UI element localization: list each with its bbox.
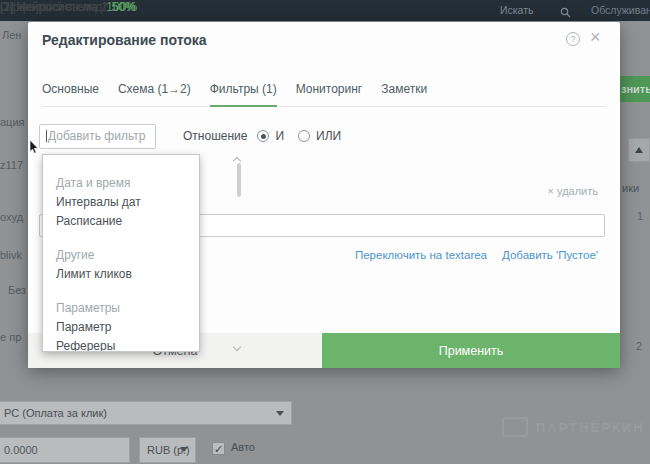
relation-control: Отношение И ИЛИ (183, 129, 349, 143)
switch-textarea-link[interactable]: Переключить на textarea (355, 249, 487, 261)
screen: Искать Обслуживание Лен ация z117 охуд b… (0, 0, 650, 464)
apply-button[interactable]: Применить (322, 333, 620, 368)
offer-percent: 50% (112, 0, 136, 14)
filter-links: Переключить на textarea Добавить 'Пустое… (355, 249, 598, 261)
watermark-screen-icon (502, 417, 528, 437)
bg-column-header-clicks: ики (622, 182, 639, 194)
menu-obsluzhivanie[interactable]: Обслуживание (591, 4, 650, 16)
triangle-up-icon (635, 147, 643, 153)
delete-filter-link[interactable]: × удалить (548, 185, 598, 197)
bg-column-value: 1 (637, 210, 643, 222)
add-filter-input[interactable]: Добавить фильтр (39, 124, 156, 149)
dropdown-scrollbar[interactable] (237, 163, 241, 197)
filter-group-drugie[interactable]: Другие (43, 246, 199, 265)
bg-text-fragment: Без (8, 284, 26, 296)
chevron-down-icon (276, 411, 284, 416)
chevron-down-icon (180, 447, 188, 452)
tab-monitoring[interactable]: Мониторинг (296, 82, 363, 96)
bg-text-fragment: ация (0, 116, 25, 128)
bg-text-fragment: Лен (2, 29, 21, 41)
bg-text-fragment: z117 (0, 159, 23, 171)
text-caret (46, 130, 47, 142)
bg-column-value: 2 (636, 340, 642, 352)
bg-text-fragment: е пр (0, 331, 21, 343)
filter-option-referery[interactable]: Рефереры (43, 337, 199, 352)
relation-label: Отношение (183, 129, 247, 143)
bg-save-button[interactable]: знить (620, 76, 650, 102)
mouse-cursor (29, 140, 40, 159)
tab-osnovnye[interactable]: Основные (42, 82, 99, 96)
tab-filtry[interactable]: Фильтры (1) (210, 82, 277, 96)
filter-option-raspisanie[interactable]: Расписание (43, 212, 199, 231)
bg-cost-type-select[interactable]: РС (Оплата за клик) (0, 401, 292, 425)
tab-shema[interactable]: Схема (1→2) (118, 82, 191, 96)
search-icon[interactable] (560, 4, 571, 22)
relation-radio-ili-label[interactable]: ИЛИ (316, 129, 341, 143)
bg-currency-select[interactable]: RUB (р.) (139, 437, 196, 463)
search-input[interactable]: Искать (500, 4, 534, 16)
close-icon[interactable]: × (590, 27, 601, 48)
add-empty-link[interactable]: Добавить 'Пустое' (502, 249, 598, 261)
filter-group-data-i-vremya[interactable]: Дата и время (43, 174, 199, 193)
bg-cost-value-input[interactable]: 0.0000 (0, 437, 130, 463)
bg-text-fragment: охуд (0, 211, 23, 223)
modal-title: Редактирование потока (42, 32, 207, 48)
auto-checkbox-label: Авто (231, 441, 255, 453)
watermark: ПАРТНЕРКИН (502, 417, 645, 437)
relation-radio-ili[interactable] (298, 130, 310, 142)
offer-row: [2] Нейросистема 250% (0, 0, 136, 14)
modal-tabs: Основные Схема (1→2) Фильтры (1) Монитор… (42, 82, 606, 107)
filter-option-intervaly-dat[interactable]: Интервалы дат (43, 193, 199, 212)
help-icon[interactable]: ? (566, 32, 580, 46)
relation-radio-i[interactable] (257, 130, 269, 142)
sort-button[interactable] (628, 138, 650, 162)
filter-group-parametry[interactable]: Параметры (43, 299, 199, 318)
tab-zametki[interactable]: Заметки (381, 82, 427, 96)
filter-option-parametr[interactable]: Параметр (43, 318, 199, 337)
filter-option-limit-klikov[interactable]: Лимит кликов (43, 265, 199, 284)
bg-text-fragment: blivk (0, 249, 22, 261)
auto-checkbox[interactable]: ✓ (212, 442, 225, 455)
filter-type-dropdown: Дата и время Интервалы дат Расписание Др… (42, 154, 200, 352)
relation-radio-i-label[interactable]: И (275, 129, 284, 143)
